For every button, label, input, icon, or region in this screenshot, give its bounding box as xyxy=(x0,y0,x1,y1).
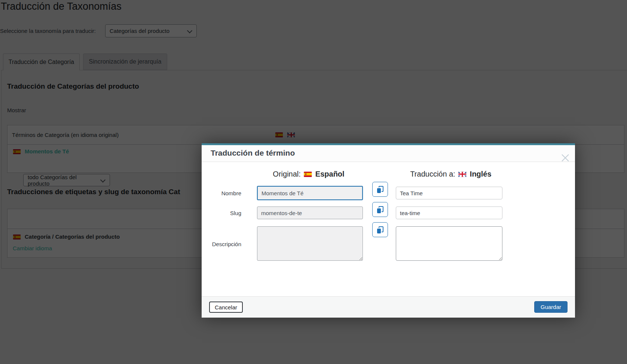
description-field-label: Descripción xyxy=(202,241,241,247)
dialog-footer: Cancelar Guardar xyxy=(202,296,575,318)
save-button[interactable]: Guardar xyxy=(534,301,568,313)
translation-description-textarea[interactable] xyxy=(396,226,502,261)
original-description-textarea[interactable] xyxy=(257,226,363,261)
name-field-label: Nombre xyxy=(202,190,241,196)
translation-name-input[interactable] xyxy=(396,187,502,199)
copy-to-translation-icon xyxy=(377,186,383,193)
original-label: Original: xyxy=(273,170,300,178)
taxonomy-translation-screen: Traducción de Taxonomías Seleccione la t… xyxy=(0,0,627,364)
translation-label: Traducción a: xyxy=(410,170,455,178)
close-icon xyxy=(560,153,570,163)
close-button[interactable] xyxy=(560,153,571,163)
copy-name-button[interactable] xyxy=(372,182,388,197)
translation-language: Inglés xyxy=(470,170,492,178)
original-language: Español xyxy=(315,170,345,178)
term-translation-dialog: Traducción de término Original: Español … xyxy=(202,143,575,318)
translation-slug-input[interactable] xyxy=(396,207,502,219)
spain-flag-icon xyxy=(304,172,312,177)
slug-field-label: Slug xyxy=(202,210,241,216)
copy-to-translation-icon xyxy=(377,206,383,213)
dialog-header: Traducción de término xyxy=(202,145,575,162)
dialog-title: Traducción de término xyxy=(211,149,295,157)
original-language-header: Original: Español xyxy=(273,170,344,178)
uk-flag-icon xyxy=(459,172,467,177)
copy-to-translation-icon xyxy=(377,226,383,233)
original-name-input[interactable] xyxy=(257,186,363,200)
translation-language-header: Traducción a: Inglés xyxy=(410,170,491,178)
cancel-button[interactable]: Cancelar xyxy=(209,302,243,313)
copy-description-button[interactable] xyxy=(372,222,388,237)
copy-slug-button[interactable] xyxy=(372,202,388,217)
original-slug-input[interactable] xyxy=(257,207,363,219)
